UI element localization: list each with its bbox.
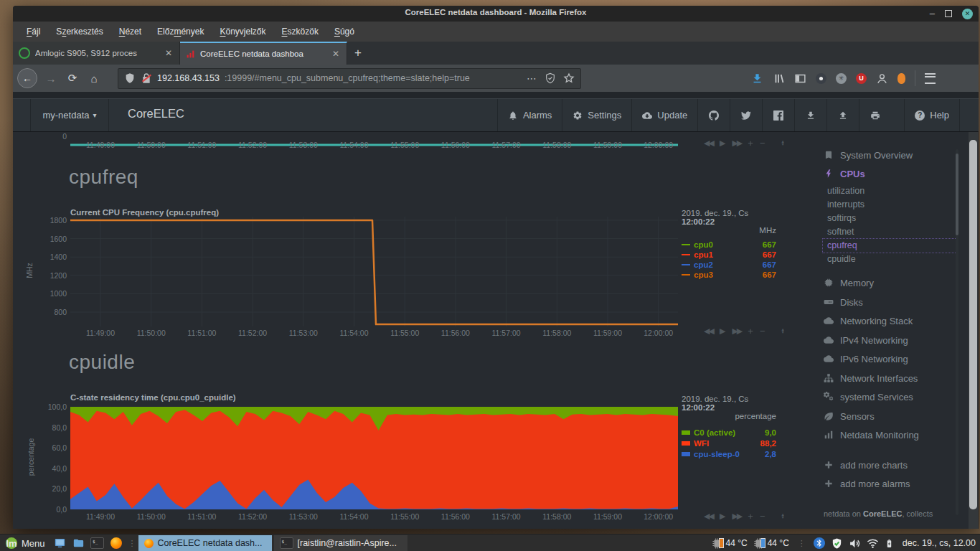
new-tab-button[interactable]: + [347,42,369,65]
start-menu-button[interactable]: lm Menu [0,534,51,551]
menu-view[interactable]: Nézet [113,24,148,39]
library-icon[interactable] [773,72,785,85]
sidebar-item-disks[interactable]: Disks [824,296,863,309]
extension-wheel-icon[interactable]: ✳ [836,73,847,84]
menu-file[interactable]: Fájl [20,24,47,39]
sidebar-item-networking-stack[interactable]: Networking Stack [824,314,913,327]
sidebar-item-network-interfaces[interactable]: Network Interfaces [824,372,918,385]
netdata-hostname[interactable]: CoreELEC [128,107,184,121]
resize-handle-icon[interactable]: ▴▾ [782,513,784,519]
shield-icon[interactable] [124,72,136,84]
sidebar-item-memory[interactable]: Memory [824,276,874,289]
zoom-out-icon[interactable]: − [760,511,765,522]
facebook-button[interactable] [762,99,794,131]
clock[interactable]: dec. 19., cs, 12.00 [900,538,976,548]
window-titlebar[interactable]: CoreELEC netdata dashboard - Mozilla Fir… [13,6,979,22]
import-snapshot-button[interactable] [826,99,859,131]
pan-backward-icon[interactable]: ◀◀ [704,326,713,336]
legend-row-cpu2[interactable]: cpu2 667 [682,260,776,270]
pan-backward-icon[interactable]: ◀◀ [704,138,713,148]
help-button[interactable]: ? Help [904,99,960,131]
sidebar-item-add-more-charts[interactable]: add more charts [824,458,908,471]
menu-tools[interactable]: Eszközök [275,24,325,39]
sidebar-item-ipv6[interactable]: IPv6 Networking [824,352,908,365]
ublock-icon[interactable]: U [856,73,867,84]
shield-check-icon[interactable] [831,537,843,550]
menu-help[interactable]: Súgó [328,24,361,39]
pan-forward-icon[interactable]: ▶▶ [732,512,741,521]
close-button[interactable]: ✕ [962,9,973,19]
pan-backward-icon[interactable]: ◀◀ [704,512,713,521]
sidebar-scrollbar-thumb[interactable] [956,154,958,235]
shield-check-icon[interactable] [545,72,556,84]
speaker-icon[interactable] [849,537,861,550]
home-button[interactable]: ⌂ [83,72,105,85]
sidebar-item-interrupts[interactable]: interrupts [827,198,864,211]
minimize-button[interactable]: – [930,10,935,17]
cpuidle-chart-canvas[interactable] [70,407,678,512]
alarms-button[interactable]: Alarms [497,99,562,131]
settings-button[interactable]: Settings [562,99,631,131]
file-manager-launcher[interactable] [70,534,88,551]
menu-bookmarks[interactable]: Könyvjelzők [213,24,272,39]
legend-row-cpu3[interactable]: cpu3 667 [682,270,776,280]
zoom-out-icon[interactable]: − [760,326,765,336]
sidebar-item-utilization[interactable]: utilization [827,184,864,197]
sidebar-item-netdata-monitoring[interactable]: Netdata Monitoring [824,428,919,441]
zoom-out-icon[interactable]: − [760,138,765,149]
zoom-in-icon[interactable]: + [748,138,753,149]
resize-handle-icon[interactable]: ▴▾ [782,140,784,146]
tab-close-icon[interactable]: ✕ [331,49,341,59]
cpu-temp-widget-2[interactable]: 44 °C [753,537,789,549]
sidebar-item-cpufreq[interactable]: cpufreq [827,239,857,252]
pan-forward-icon[interactable]: ▶▶ [732,326,741,336]
github-button[interactable] [697,99,730,131]
wifi-icon[interactable] [867,537,879,550]
twitter-button[interactable] [730,99,762,131]
legend-row-cpu-sleep[interactable]: cpu-sleep-0 2,8 [682,449,776,459]
print-button[interactable] [859,99,891,131]
resize-handle-icon[interactable]: ▴▾ [782,328,784,334]
page-actions-icon[interactable]: ⋯ [527,72,537,84]
my-netdata-dropdown[interactable]: my-netdata▾ [30,99,109,131]
legend-row-c0[interactable]: C0 (active) 9,0 [682,428,776,438]
tab-netdata[interactable]: CoreELEC netdata dashboa ✕ [180,42,347,65]
extension-orange-icon[interactable] [897,73,905,84]
url-bar[interactable]: 192.168.43.153 :19999/#menu_cpu_submenu_… [118,68,581,89]
menu-history[interactable]: Előzmények [151,24,210,39]
sidebar-item-cpuidle[interactable]: cpuidle [827,253,856,265]
bookmark-star-icon[interactable] [563,72,575,84]
taskbar-window-terminal[interactable]: $_ [raistlin@raistlin-Aspire... [274,535,407,551]
export-snapshot-button[interactable] [794,99,826,131]
zoom-in-icon[interactable]: + [748,326,753,336]
cpu-temp-widget-1[interactable]: 44 °C [712,537,748,549]
account-icon[interactable] [876,72,888,85]
sidebar-item-cpus[interactable]: CPUs [824,167,865,180]
tab-amlogic[interactable]: Amlogic S905, S912 proces ✕ [13,42,180,65]
restore-button[interactable] [945,10,952,17]
sidebar-item-add-more-alarms[interactable]: add more alarms [824,477,910,490]
update-button[interactable]: Update [631,99,697,131]
menu-edit[interactable]: Szerkesztés [50,24,109,39]
sidebar-icon[interactable] [794,72,806,85]
tab-close-icon[interactable]: ✕ [164,48,174,58]
reload-button[interactable]: ⟳ [62,72,83,85]
sidebar-item-softnet[interactable]: softnet [827,225,854,238]
page-scrollbar-thumb[interactable] [969,140,977,509]
extension-sphere-icon[interactable] [816,73,826,84]
zoom-in-icon[interactable]: + [748,511,753,522]
terminal-launcher[interactable]: $_ [88,534,107,551]
firefox-launcher[interactable] [107,534,126,551]
download-icon[interactable] [751,72,763,85]
play-icon[interactable]: ▶ [720,326,725,336]
taskbar-window-firefox[interactable]: CoreELEC netdata dash... [138,535,272,551]
pan-forward-icon[interactable]: ▶▶ [732,138,741,148]
play-icon[interactable]: ▶ [720,512,725,521]
sidebar-item-sensors[interactable]: Sensors [824,410,875,423]
cpufreq-chart-canvas[interactable] [70,217,678,329]
sidebar-item-ipv4[interactable]: IPv4 Networking [824,334,908,347]
show-desktop-button[interactable] [51,534,70,551]
sidebar-item-systemd-services[interactable]: systemd Services [824,390,913,403]
forward-button[interactable]: → [40,72,62,85]
sidebar-item-system-overview[interactable]: System Overview [824,149,913,161]
